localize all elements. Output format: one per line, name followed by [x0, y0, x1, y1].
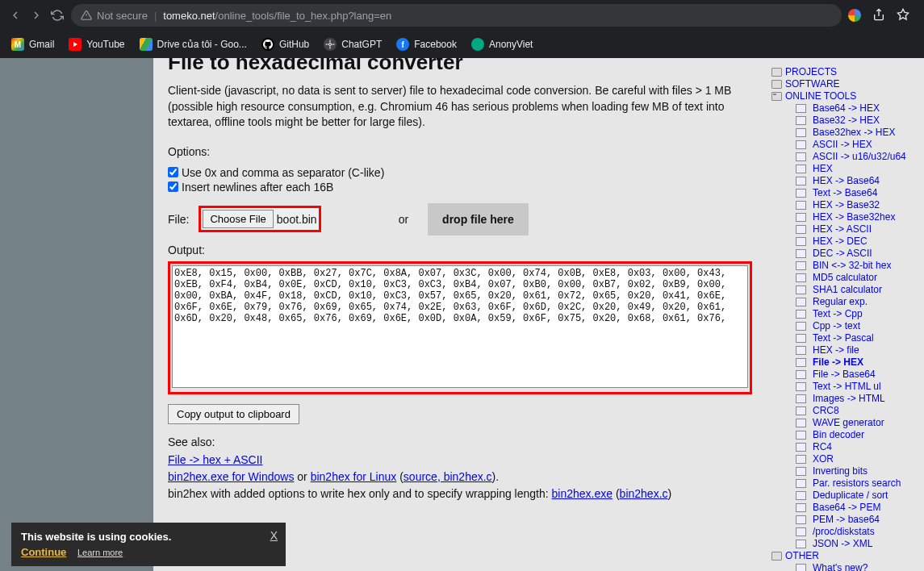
- link-bin2hex-windows[interactable]: bin2hex.exe for Windows: [168, 470, 294, 483]
- bookmark-youtube[interactable]: YouTube: [69, 38, 124, 51]
- sidebar-tool-wave-generator[interactable]: WAVE generator: [796, 417, 919, 429]
- sidebar-folder-projects[interactable]: PROJECTS: [771, 66, 919, 78]
- file-row: File: Choose File boot.bin or drop file …: [168, 203, 752, 235]
- sidebar-tool-hex-file[interactable]: HEX -> file: [796, 344, 919, 356]
- bookmark-chatgpt[interactable]: ChatGPT: [324, 38, 382, 51]
- sidebar-tool-text-html-ul[interactable]: Text -> HTML ul: [796, 381, 919, 393]
- page-description: Client-side (javascript, no data is sent…: [168, 83, 752, 131]
- sidebar-tool-dec-ascii[interactable]: DEC -> ASCII: [796, 248, 919, 260]
- link-bin2hex-source[interactable]: source, bin2hex.c: [403, 470, 492, 483]
- google-icon[interactable]: [848, 9, 861, 22]
- bookmark-icon[interactable]: [897, 8, 909, 23]
- sidebar-tool-sha1-calculator[interactable]: SHA1 calculator: [796, 284, 919, 296]
- sidebar-tool-base32-hex[interactable]: Base32 -> HEX: [796, 115, 919, 127]
- file-label: File:: [168, 213, 189, 226]
- output-textarea[interactable]: [172, 265, 748, 388]
- cookie-learn-more-link[interactable]: Learn more: [77, 548, 123, 557]
- sidebar-tool-json-xml[interactable]: JSON -> XML: [796, 538, 919, 550]
- facebook-icon: f: [396, 38, 409, 51]
- url-text: tomeko.net/online_tools/file_to_hex.php?…: [163, 10, 391, 22]
- sidebar-tool-text-cpp[interactable]: Text -> Cpp: [796, 308, 919, 320]
- cookie-continue-button[interactable]: Continue: [21, 546, 66, 558]
- bookmark-facebook[interactable]: fFacebook: [396, 38, 457, 51]
- bookmark-gmail[interactable]: MGmail: [11, 38, 54, 51]
- output-highlight: [168, 261, 752, 394]
- svg-point-0: [329, 44, 332, 46]
- see-also-label: See also:: [168, 436, 752, 448]
- checkbox-newlines-16b-label: Insert newlines after each 16B: [182, 181, 333, 194]
- file-picker: Choose File boot.bin: [199, 206, 320, 232]
- link-file-hex-ascii[interactable]: File -> hex + ASCII: [168, 453, 263, 466]
- bookmark-drive[interactable]: Drive của tôi - Goo...: [140, 38, 247, 51]
- folder-icon: [771, 552, 782, 561]
- checkbox-0x-comma[interactable]: [168, 167, 178, 177]
- sidebar-tool-base64-hex[interactable]: Base64 -> HEX: [796, 102, 919, 115]
- link-bin2hex-exe[interactable]: bin2hex.exe: [552, 487, 613, 500]
- sidebar-tool-hex-dec[interactable]: HEX -> DEC: [796, 235, 919, 248]
- chosen-filename: boot.bin: [277, 213, 317, 226]
- bookmark-github[interactable]: GitHub: [261, 38, 309, 51]
- youtube-icon: [69, 38, 82, 51]
- sidebar-tool-bin-decoder[interactable]: Bin decoder: [796, 429, 919, 441]
- sidebar-tool-base32hex-hex[interactable]: Base32hex -> HEX: [796, 127, 919, 139]
- back-button[interactable]: [8, 8, 23, 23]
- chatgpt-icon: [324, 38, 337, 51]
- share-icon[interactable]: [872, 8, 885, 23]
- choose-file-button[interactable]: Choose File: [203, 210, 273, 228]
- sidebar-tool-par-resistors-search[interactable]: Par. resistors search: [796, 477, 919, 490]
- bookmarks-bar: MGmail YouTube Drive của tôi - Goo... Gi…: [0, 31, 924, 58]
- copy-output-button[interactable]: Copy output to clipboard: [168, 404, 299, 424]
- sidebar-tool-hex-base64[interactable]: HEX -> Base64: [796, 175, 919, 187]
- sidebar-folder-online-tools[interactable]: ONLINE TOOLS: [771, 90, 919, 102]
- cookie-close-button[interactable]: X: [270, 529, 278, 542]
- sidebar-tool-file-hex[interactable]: File -> HEX: [796, 356, 919, 369]
- sidebar-folder-software[interactable]: SOFTWARE: [771, 78, 919, 90]
- sidebar-folder-other[interactable]: OTHER: [771, 550, 919, 562]
- sidebar-tool-inverting-bits[interactable]: Inverting bits: [796, 465, 919, 477]
- link-bin2hex-c[interactable]: bin2hex.c: [620, 487, 668, 500]
- sidebar-tool-hex-ascii[interactable]: HEX -> ASCII: [796, 223, 919, 235]
- cookie-banner: X This website is using cookies. Continu…: [11, 523, 286, 566]
- checkbox-newlines-16b[interactable]: [168, 181, 178, 192]
- forward-button[interactable]: [29, 8, 44, 23]
- sidebar-tool-rc4[interactable]: RC4: [796, 441, 919, 453]
- drop-zone[interactable]: drop file here: [428, 203, 529, 235]
- sidebar-tool-text-base64[interactable]: Text -> Base64: [796, 187, 919, 199]
- sidebar-tool-hex-base32[interactable]: HEX -> Base32: [796, 199, 919, 211]
- sidebar-tool-base64-pem[interactable]: Base64 -> PEM: [796, 502, 919, 514]
- sidebar-tool--proc-diskstats[interactable]: /proc/diskstats: [796, 526, 919, 538]
- bookmark-anonyviet[interactable]: AnonyViet: [471, 38, 533, 51]
- sidebar-tool-bin-32-bit-hex[interactable]: BIN <-> 32-bit hex: [796, 260, 919, 272]
- sidebar-tool-cpp-text[interactable]: Cpp -> text: [796, 320, 919, 332]
- checkbox-0x-comma-label: Use 0x and comma as separator (C-like): [182, 166, 384, 179]
- sidebar-tool-hex[interactable]: HEX: [796, 163, 919, 175]
- drive-icon: [140, 38, 153, 51]
- sidebar-tool-md5-calculator[interactable]: MD5 calculator: [796, 272, 919, 284]
- gmail-icon: M: [11, 38, 24, 51]
- folder-icon: [771, 80, 782, 89]
- folder-icon: [771, 68, 782, 77]
- sidebar-link-what-s-new-[interactable]: What's new?: [796, 562, 919, 571]
- reload-button[interactable]: [50, 8, 65, 23]
- sidebar-tool-images-html[interactable]: Images -> HTML: [796, 393, 919, 405]
- anonyviet-icon: [471, 38, 484, 51]
- sidebar-tool-file-base64[interactable]: File -> Base64: [796, 369, 919, 381]
- not-secure-warning: Not secure: [81, 10, 148, 22]
- sidebar-tool-ascii-u16-u32-u64[interactable]: ASCII -> u16/u32/u64: [796, 151, 919, 163]
- link-bin2hex-linux[interactable]: bin2hex for Linux: [311, 470, 397, 483]
- options-label: Options:: [168, 145, 752, 158]
- sidebar-tool-xor[interactable]: XOR: [796, 453, 919, 465]
- folder-icon: [771, 92, 782, 101]
- sidebar-tool-hex-base32hex[interactable]: HEX -> Base32hex: [796, 211, 919, 223]
- sidebar-tool-ascii-hex[interactable]: ASCII -> HEX: [796, 139, 919, 151]
- chrome-action-icons: [848, 8, 916, 23]
- browser-chrome: Not secure | tomeko.net/online_tools/fil…: [0, 0, 924, 58]
- sidebar-tool-pem-base64[interactable]: PEM -> base64: [796, 514, 919, 526]
- sidebar-tool-text-pascal[interactable]: Text -> Pascal: [796, 332, 919, 344]
- output-label: Output:: [168, 244, 752, 256]
- sidebar-tool-deduplicate-sort[interactable]: Deduplicate / sort: [796, 490, 919, 502]
- sidebar-nav: PROJECTSSOFTWAREONLINE TOOLS Base64 -> H…: [767, 58, 924, 571]
- sidebar-tool-crc8[interactable]: CRC8: [796, 405, 919, 417]
- address-bar[interactable]: Not secure | tomeko.net/online_tools/fil…: [71, 4, 842, 27]
- sidebar-tool-regular-exp-[interactable]: Regular exp.: [796, 296, 919, 308]
